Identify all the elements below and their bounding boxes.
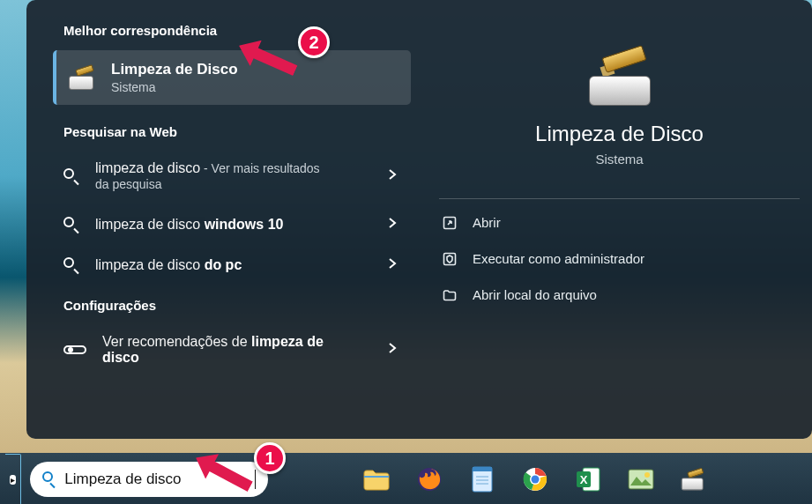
search-icon xyxy=(63,257,79,273)
picture-app-icon[interactable] xyxy=(626,464,656,494)
best-match-heading: Melhor correspondência xyxy=(32,11,416,47)
chrome-icon[interactable] xyxy=(520,464,550,494)
best-match-subtitle: Sistema xyxy=(111,80,238,94)
shield-icon xyxy=(443,252,457,266)
best-match-title: Limpeza de Disco xyxy=(111,61,238,78)
search-results-left: Melhor correspondência Limpeza de Disco … xyxy=(26,0,421,439)
taskbar-search-box[interactable] xyxy=(30,462,268,497)
open-action[interactable]: Abrir xyxy=(439,204,800,241)
taskbar-search-input[interactable] xyxy=(64,471,245,488)
web-result-row[interactable]: limpeza de disco do pc xyxy=(51,245,411,285)
details-subtitle: Sistema xyxy=(439,152,800,167)
details-title: Limpeza de Disco xyxy=(439,122,800,146)
excel-icon[interactable]: X xyxy=(573,464,603,494)
web-result-row[interactable]: limpeza de disco - Ver mais resultados d… xyxy=(51,148,411,204)
notepad-icon[interactable] xyxy=(467,464,497,494)
windows-search-panel: Melhor correspondência Limpeza de Disco … xyxy=(26,0,812,439)
svg-rect-15 xyxy=(629,470,653,489)
web-result-row[interactable]: limpeza de disco windows 10 xyxy=(51,204,411,245)
chevron-right-icon xyxy=(388,342,397,358)
svg-point-11 xyxy=(532,476,540,484)
search-icon xyxy=(63,217,79,233)
file-explorer-icon[interactable] xyxy=(361,464,391,494)
svg-rect-2 xyxy=(364,476,389,478)
best-match-result[interactable]: Limpeza de Disco Sistema xyxy=(53,50,411,105)
divider xyxy=(439,198,800,199)
toggle-icon xyxy=(63,345,86,354)
svg-rect-5 xyxy=(473,467,492,471)
open-file-location-action[interactable]: Abrir local do arquivo xyxy=(439,277,800,313)
start-button[interactable]: ▸ xyxy=(5,454,21,504)
search-result-details: Limpeza de Disco Sistema Abrir Executar … xyxy=(421,0,812,439)
settings-result-row[interactable]: Ver recomendações de limpeza de disco xyxy=(51,322,411,378)
folder-icon xyxy=(443,288,457,302)
taskbar-app-icons: X xyxy=(361,464,709,494)
disk-cleanup-icon xyxy=(69,65,97,90)
search-icon xyxy=(42,471,56,487)
chevron-right-icon xyxy=(388,168,397,184)
web-search-heading: Pesquisar na Web xyxy=(32,112,416,148)
search-icon xyxy=(63,168,79,184)
run-as-admin-action[interactable]: Executar como administrador xyxy=(439,241,800,277)
disk-cleanup-taskbar-icon[interactable] xyxy=(679,464,709,494)
chevron-right-icon xyxy=(388,217,397,233)
disk-cleanup-icon xyxy=(580,46,659,106)
settings-heading: Configurações xyxy=(32,285,416,322)
svg-point-16 xyxy=(644,472,650,478)
open-icon xyxy=(443,216,457,230)
svg-text:X: X xyxy=(580,473,588,486)
windows-taskbar: ▸ X xyxy=(0,453,812,504)
firefox-icon[interactable] xyxy=(414,464,444,494)
chevron-right-icon xyxy=(388,257,397,273)
